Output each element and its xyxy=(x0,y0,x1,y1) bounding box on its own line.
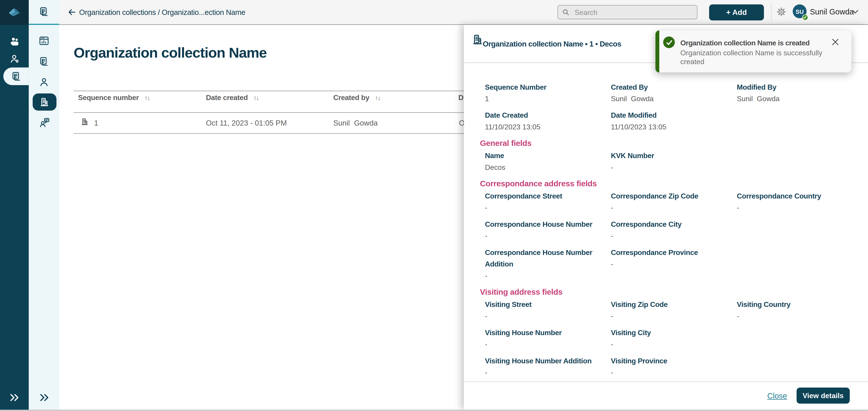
field-value: - xyxy=(611,366,732,378)
add-button[interactable]: + Add xyxy=(709,4,764,20)
field-label: Visiting House Number Addition xyxy=(485,355,606,366)
sidebar-item-collections-active[interactable] xyxy=(3,68,29,85)
chevron-down-icon[interactable] xyxy=(852,9,859,14)
secondary-sidebar xyxy=(29,0,59,411)
field-value: 1 xyxy=(485,93,606,104)
sidebar-item-dashboard[interactable] xyxy=(29,32,59,50)
check-icon xyxy=(803,16,807,19)
field: KVK Number - xyxy=(606,149,732,173)
table-row-border xyxy=(74,133,472,134)
section-correspondance-address: Correspondance address fields Correspond… xyxy=(480,178,857,281)
close-link[interactable]: Close xyxy=(767,391,787,400)
breadcrumb[interactable]: Organization collections / Organizatio..… xyxy=(79,8,245,17)
field-value: Decos xyxy=(485,161,606,173)
field-label: Visiting City xyxy=(611,327,732,338)
field-label: Correspondance House Number xyxy=(485,218,606,230)
field-value: 11/10/2023 13:05 xyxy=(485,121,606,132)
field-label: Visiting House Number xyxy=(485,327,606,338)
field-row: Correspondance Street - Correspondance Z… xyxy=(480,190,857,213)
panel-content: Sequence Number 1 Created By Sunil Gowda… xyxy=(464,63,868,383)
dashboard-icon xyxy=(38,35,50,46)
section-general-fields: General fields Name Decos KVK Number - xyxy=(480,137,857,173)
field-value: - xyxy=(485,230,606,241)
section-heading: Visiting address fields xyxy=(480,286,857,298)
topbar-divider xyxy=(771,3,772,21)
team-icon xyxy=(8,36,21,47)
sidebar-item-documents[interactable] xyxy=(29,53,59,70)
user-name[interactable]: Sunil Gowda xyxy=(810,7,854,16)
organization-building-icon xyxy=(471,33,484,46)
app-window: Organization collections / Organizatio..… xyxy=(0,0,868,411)
field: Correspondance Zip Code - xyxy=(606,190,732,213)
field-label: Correspondance City xyxy=(611,218,732,230)
field: Name Decos xyxy=(480,149,606,173)
search-box xyxy=(557,5,697,20)
field-label: Date Modified xyxy=(611,109,732,121)
gear-icon[interactable] xyxy=(776,6,787,17)
field-value: - xyxy=(611,201,732,213)
sidebar-item-teams[interactable] xyxy=(0,33,29,50)
primary-sidebar xyxy=(0,0,29,411)
cell-created-by: Sunil Gowda xyxy=(333,119,378,127)
field-value: - xyxy=(485,201,606,213)
close-icon[interactable] xyxy=(831,38,839,46)
sort-icon[interactable]: ↑↓ xyxy=(253,94,258,101)
search-icon xyxy=(562,8,569,16)
column-header-sequence-number: Sequence number ↑↓ xyxy=(78,94,150,102)
field: Visiting Zip Code - xyxy=(606,298,732,321)
double-chevron-right-icon xyxy=(9,393,20,402)
sidebar-item-organizations-active[interactable] xyxy=(32,94,56,111)
table-top-border xyxy=(74,90,472,91)
cell-date-created: Oct 11, 2023 - 01:05 PM xyxy=(206,119,287,127)
field-value: - xyxy=(611,310,732,321)
person-icon xyxy=(38,76,50,88)
field-label: Visiting Country xyxy=(737,298,858,310)
double-chevron-right-icon xyxy=(39,393,49,402)
field-label: Created By xyxy=(611,81,732,93)
page-title: Organization collection Name xyxy=(74,44,267,61)
sidebar-item-contacts[interactable] xyxy=(29,113,59,131)
detail-panel: Organization collection Name • 1 • Decos… xyxy=(464,25,868,409)
field: Date Modified 11/10/2023 13:05 xyxy=(606,109,732,133)
field: Correspondance Street - xyxy=(480,190,606,213)
documents-icon xyxy=(38,56,50,67)
search-input[interactable] xyxy=(557,5,697,20)
section-heading: General fields xyxy=(480,137,857,149)
meta-row: Date Created 11/10/2023 13:05 Date Modif… xyxy=(480,109,857,133)
sort-icon[interactable]: ↑↓ xyxy=(144,94,150,101)
collapse-primary-sidebar[interactable] xyxy=(0,391,29,404)
collapse-secondary-sidebar[interactable] xyxy=(29,391,59,404)
organization-building-icon xyxy=(39,96,50,107)
section-heading: Correspondance address fields xyxy=(480,178,857,189)
field-row: Visiting Street - Visiting Zip Code - Vi… xyxy=(480,298,857,321)
field-value: - xyxy=(611,338,732,350)
table-header-border xyxy=(74,112,472,113)
field-label: Correspondance Province xyxy=(611,246,732,258)
column-header-created-by: Created by ↑↓ xyxy=(333,94,380,102)
view-details-button[interactable]: View details xyxy=(797,388,850,404)
column-header-partial: D xyxy=(458,94,464,102)
app-logo[interactable] xyxy=(0,0,29,25)
back-arrow-icon[interactable] xyxy=(67,7,77,17)
field-label: Visiting Province xyxy=(611,355,732,366)
field: Correspondance Province - xyxy=(606,246,732,281)
field-label: Correspondance Street xyxy=(485,190,606,201)
section-visiting-address: Visiting address fields Visiting Street … xyxy=(480,286,857,378)
field: Visiting City - xyxy=(606,327,732,350)
field-value: - xyxy=(611,230,732,241)
field: Correspondance Country - xyxy=(732,190,858,213)
field: Correspondance City - xyxy=(606,218,732,241)
field: Visiting Province - xyxy=(606,355,732,378)
field-label: Correspondance Zip Code xyxy=(611,190,732,201)
sort-icon[interactable]: ↑↓ xyxy=(375,94,380,101)
bottom-edge xyxy=(0,409,868,411)
module-icon-cell[interactable] xyxy=(29,0,59,25)
field: Visiting House Number - xyxy=(480,327,606,350)
field-value: 11/10/2023 13:05 xyxy=(611,121,732,132)
sidebar-item-user-settings[interactable] xyxy=(0,50,29,67)
field-value: - xyxy=(611,161,732,173)
field: Correspondance House Number - xyxy=(480,218,606,241)
field: Visiting House Number Addition - xyxy=(480,355,606,378)
field: Correspondance House Number Addition - xyxy=(480,246,606,281)
sidebar-item-persons[interactable] xyxy=(29,73,59,91)
